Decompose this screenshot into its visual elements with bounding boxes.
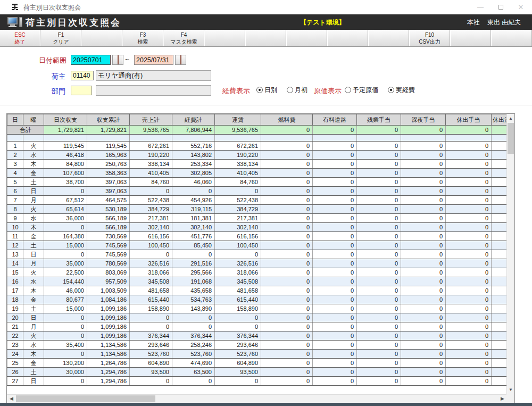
value-cell: 803,069 [87, 268, 130, 277]
column-header: 曜 [23, 114, 44, 126]
value-cell: 0 [313, 368, 357, 377]
table-row[interactable]: 10木0566,189302,140302,140302,14000000 [7, 223, 508, 232]
value-cell: 0 [130, 187, 172, 196]
table-row[interactable]: 20日01,099,18600000000 [7, 313, 508, 322]
department-code-input[interactable] [71, 86, 92, 95]
scroll-right-icon[interactable]: ▶ [498, 395, 506, 403]
value-cell: 36,000 [44, 214, 87, 223]
column-header: 日 [7, 114, 23, 126]
table-row[interactable]: 6日0397,06300000000 [7, 187, 508, 196]
close-button[interactable]: ✕ [511, 0, 531, 14]
value-cell: 326,516 [215, 259, 261, 268]
value-cell: 0 [357, 332, 401, 341]
separator-row [7, 135, 508, 142]
shipper-code-input[interactable] [71, 71, 94, 80]
radio-selected-icon[interactable] [256, 87, 263, 93]
table-row[interactable]: 8火65,614530,189384,729319,115384,7290000… [7, 205, 508, 214]
table-row[interactable]: 1火119,545119,545672,261552,716672,261000… [7, 142, 508, 151]
function-button-f3[interactable]: F3検索 [122, 30, 163, 46]
total-value-cell [492, 126, 508, 135]
day-cell: 5 [7, 178, 23, 187]
scroll-left-icon[interactable]: ◀ [7, 395, 15, 403]
function-button-esc[interactable]: ESC終了 [0, 30, 40, 46]
value-cell: 481,658 [130, 286, 172, 295]
value-cell [492, 151, 508, 160]
table-row[interactable]: 23水35,4001,134,586293,646258,246293,6460… [7, 341, 508, 350]
value-cell [492, 142, 508, 151]
cost-radio-option[interactable]: 予定原価 [345, 86, 378, 95]
vertical-scrollbar[interactable]: ▲ ▼ [506, 114, 514, 394]
expense-radio-option[interactable]: 日別 [256, 86, 277, 95]
value-cell: 35,400 [44, 341, 87, 350]
value-cell [492, 223, 508, 232]
table-row[interactable]: 19土15,0001,099,186158,890143,890158,8900… [7, 304, 508, 313]
value-cell: 0 [446, 377, 492, 386]
weekday-cell: 木 [23, 160, 44, 169]
value-cell: 0 [401, 187, 446, 196]
maximize-button[interactable] [491, 0, 511, 14]
scroll-down-icon[interactable]: ▼ [507, 386, 514, 394]
value-cell: 604,890 [130, 359, 172, 368]
value-cell: 0 [313, 295, 357, 304]
scroll-up-icon[interactable]: ▲ [507, 114, 514, 122]
vertical-scrollbar-thumb[interactable] [508, 123, 514, 154]
value-cell: 63,500 [172, 368, 215, 377]
table-row[interactable]: 14月35,000780,569326,516291,516326,516000… [7, 259, 508, 268]
value-cell: 0 [401, 322, 446, 332]
table-row[interactable]: 22火01,099,186376,344376,344376,34400000 [7, 332, 508, 341]
date-to-calendar-button[interactable] [175, 55, 186, 65]
expense-radio-option[interactable]: 月初 [287, 86, 307, 95]
value-cell: 1,099,186 [87, 304, 130, 313]
radio-icon[interactable] [287, 87, 293, 93]
table-row[interactable]: 5土38,700397,06384,76046,06084,76000000 [7, 178, 508, 187]
function-button-f10[interactable]: F10CSV出力 [409, 30, 450, 46]
table-row[interactable]: 24木01,134,586523,760523,760523,76000000 [7, 350, 508, 359]
function-button-empty [450, 30, 491, 46]
value-cell: 0 [357, 313, 401, 322]
horizontal-scrollbar[interactable]: ◀ ▶ [7, 394, 507, 403]
table-row[interactable]: 16水154,440957,509345,508191,068345,50800… [7, 277, 508, 286]
value-cell: 0 [357, 295, 401, 304]
day-cell: 22 [7, 332, 23, 341]
cost-radio-option[interactable]: 実経費 [388, 86, 415, 95]
table-row[interactable]: 15火22,500803,069318,066295,566318,066000… [7, 268, 508, 277]
weekday-cell: 木 [23, 286, 44, 295]
shipper-label: 荷主 [52, 72, 65, 81]
value-cell: 0 [261, 151, 313, 160]
date-from-calendar-button[interactable] [112, 55, 123, 65]
value-cell: 35,000 [44, 259, 87, 268]
table-row[interactable]: 7月67,512464,575522,438454,926522,4380000… [7, 196, 508, 205]
table-row[interactable]: 4金107,600358,363410,405302,805410,405000… [7, 169, 508, 178]
table-row[interactable]: 25金130,2001,264,786604,890474,690604,890… [7, 359, 508, 368]
radio-selected-icon[interactable] [388, 87, 394, 93]
value-cell: 0 [313, 350, 357, 359]
minimize-button[interactable]: — [470, 0, 491, 14]
table-row[interactable]: 18金80,6771,084,186615,440534,763615,4400… [7, 295, 508, 304]
table-row[interactable]: 3木84,800250,763338,134253,334338,1340000… [7, 160, 508, 169]
value-cell: 0 [215, 250, 261, 259]
table-row[interactable]: 13日0745,56900000000 [7, 250, 508, 259]
value-cell [492, 259, 508, 268]
weekday-cell: 火 [23, 332, 44, 341]
table-row[interactable]: 11金164,380730,569616,156451,776616,15600… [7, 232, 508, 241]
value-cell: 326,516 [130, 259, 172, 268]
date-to-input[interactable] [134, 55, 173, 65]
value-cell: 0 [357, 142, 401, 151]
table-row[interactable]: 2水46,418165,963190,220143,802190,2200000… [7, 151, 508, 160]
radio-icon[interactable] [345, 87, 351, 93]
shipper-name-field: モリヤ通商(有) [96, 70, 211, 81]
table-row[interactable]: 21月01,099,18600000000 [7, 322, 508, 332]
table-row[interactable]: 9水36,000566,189217,381181,381217,3810000… [7, 214, 508, 223]
function-button-f4[interactable]: F4マスタ検索 [163, 30, 204, 46]
table-row[interactable]: 17木46,0001,003,509481,658435,658481,6580… [7, 286, 508, 295]
horizontal-scrollbar-thumb[interactable] [16, 395, 155, 402]
table-row[interactable]: 12土15,000745,569100,45085,450100,4500000… [7, 241, 508, 250]
function-button-f1[interactable]: F1クリア [40, 30, 81, 46]
date-from-input[interactable] [71, 55, 111, 65]
table-row[interactable]: 27日01,294,78600000000 [7, 377, 508, 386]
value-cell: 84,760 [215, 178, 261, 187]
table-row[interactable]: 26土30,0001,294,78693,50063,50093,5000000… [7, 368, 508, 377]
value-cell: 0 [357, 196, 401, 205]
value-cell: 258,246 [172, 341, 215, 350]
value-cell [492, 250, 508, 259]
